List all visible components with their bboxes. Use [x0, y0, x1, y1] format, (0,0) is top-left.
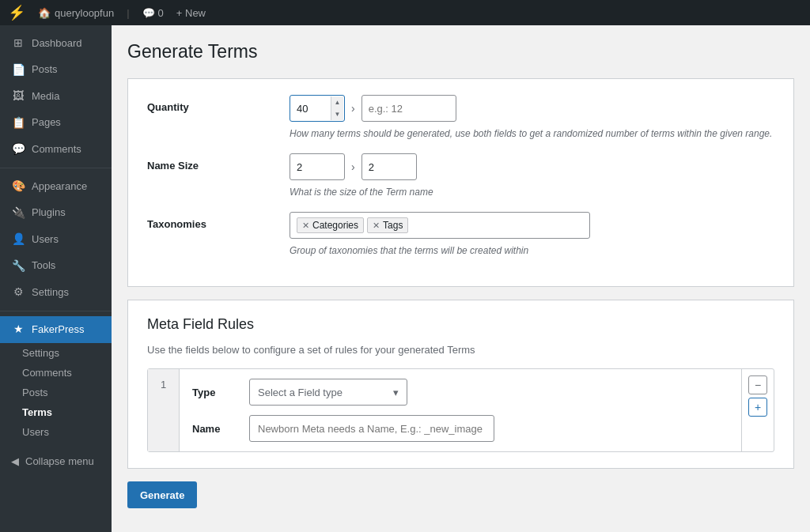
name-size-max-input[interactable] [361, 153, 417, 180]
rule-type-row: Type Select a Field type ▾ [192, 379, 729, 406]
plugins-icon: 🔌 [11, 206, 25, 221]
rule-add-button[interactable]: + [748, 398, 767, 417]
sidebar-item-label: Users [32, 232, 59, 247]
fakerpress-submenu: Settings Comments Posts Terms Users [0, 343, 112, 442]
rule-name-input[interactable] [249, 415, 494, 442]
tools-icon: 🔧 [11, 258, 25, 274]
fakerpress-icon: ★ [11, 322, 25, 338]
quantity-spin-btns: ▲ ▼ [331, 96, 343, 120]
sidebar-item-media[interactable]: 🖼 Media [0, 83, 112, 110]
sidebar-item-users[interactable]: 👤 Users [0, 226, 112, 253]
generate-terms-form: Quantity ▲ ▼ › How many terms s [127, 78, 794, 287]
collapse-label: Collapse menu [25, 455, 94, 467]
site-link[interactable]: 🏠 queryloopfun [38, 7, 114, 19]
site-name: queryloopfun [55, 7, 114, 19]
taxonomies-label: Taxonomies [147, 212, 290, 230]
collapse-icon: ◀ [11, 455, 19, 467]
tag-categories-remove[interactable]: ✕ [302, 221, 309, 231]
sidebar-item-label: Plugins [32, 206, 66, 220]
quantity-row: Quantity ▲ ▼ › How many terms s [147, 95, 774, 141]
sidebar-item-label: Media [32, 89, 59, 104]
name-size-control: › What is the size of the Term name [290, 153, 774, 199]
quantity-max-input[interactable] [361, 95, 456, 122]
pages-icon: 📋 [11, 115, 25, 131]
main-content: Generate Terms Quantity ▲ ▼ › [112, 25, 810, 532]
taxonomies-tag-input[interactable]: ✕ Categories ✕ Tags [290, 212, 590, 239]
quantity-control: ▲ ▼ › How many terms should be generated… [290, 95, 774, 141]
sidebar-sub-comments[interactable]: Comments [0, 363, 112, 383]
users-icon: 👤 [11, 232, 25, 247]
sidebar-item-pages[interactable]: 📋 Pages [0, 110, 112, 137]
comments-count: 0 [158, 7, 164, 19]
sidebar-item-label: Settings [32, 285, 69, 300]
sidebar-item-comments[interactable]: 💬 Comments [0, 136, 112, 163]
sidebar-sub-settings[interactable]: Settings [0, 343, 112, 363]
rule-type-label: Type [192, 387, 240, 398]
name-size-row: Name Size › What is the size of the Term… [147, 153, 774, 199]
sidebar: ⊞ Dashboard 📄 Posts 🖼 Media 📋 Pages 💬 Co… [0, 25, 112, 532]
wp-logo-icon[interactable]: ⚡ [8, 4, 25, 21]
top-bar: ⚡ 🏠 queryloopfun | 💬 0 + New [0, 0, 810, 25]
rule-row-1: 1 Type Select a Field type ▾ Name [147, 368, 774, 452]
tag-tags-label: Tags [383, 220, 403, 231]
appearance-icon: 🎨 [11, 179, 25, 194]
name-size-min-input[interactable] [290, 153, 345, 180]
chevron-down-icon: ▾ [393, 387, 399, 398]
quantity-help: How many terms should be generated, use … [290, 126, 774, 141]
new-link[interactable]: + New [176, 7, 206, 19]
sidebar-item-label: Pages [32, 115, 61, 130]
name-size-arrow-icon: › [351, 160, 355, 173]
name-size-label: Name Size [147, 153, 290, 172]
quantity-spin-up[interactable]: ▲ [331, 96, 343, 108]
page-title: Generate Terms [127, 41, 794, 62]
meta-field-rules-desc: Use the fields below to configure a set … [147, 344, 774, 356]
home-icon: 🏠 [38, 7, 51, 19]
taxonomies-row: Taxonomies ✕ Categories ✕ Tags Group of … [147, 212, 774, 258]
sidebar-item-label: Tools [32, 258, 55, 273]
rule-type-placeholder: Select a Field type [258, 387, 343, 398]
sidebar-item-label: Dashboard [32, 36, 82, 51]
media-icon: 🖼 [11, 89, 25, 104]
sidebar-item-tools[interactable]: 🔧 Tools [0, 253, 112, 280]
rule-number: 1 [148, 369, 180, 451]
collapse-menu-button[interactable]: ◀ Collapse menu [0, 450, 112, 473]
tag-tags-remove[interactable]: ✕ [373, 221, 380, 231]
tag-categories: ✕ Categories [297, 217, 364, 233]
sidebar-sub-terms[interactable]: Terms [0, 402, 112, 422]
comments-link[interactable]: 💬 0 [142, 7, 164, 19]
rule-name-label: Name [192, 423, 240, 435]
sidebar-sub-users[interactable]: Users [0, 422, 112, 442]
quantity-arrow-icon: › [351, 102, 355, 115]
sidebar-item-dashboard[interactable]: ⊞ Dashboard [0, 30, 112, 57]
meta-field-rules-card: Meta Field Rules Use the fields below to… [127, 300, 794, 469]
rule-name-row: Name [192, 415, 729, 442]
generate-button[interactable]: Generate [127, 481, 197, 508]
dashboard-icon: ⊞ [11, 36, 25, 51]
sidebar-item-settings[interactable]: ⚙ Settings [0, 279, 112, 306]
tag-tags: ✕ Tags [367, 217, 408, 233]
name-size-help: What is the size of the Term name [290, 185, 774, 199]
quantity-input-group: ▲ ▼ › [290, 95, 774, 122]
quantity-label: Quantity [147, 95, 290, 113]
rule-type-select[interactable]: Select a Field type ▾ [249, 379, 407, 406]
taxonomies-control: ✕ Categories ✕ Tags Group of taxonomies … [290, 212, 774, 258]
sidebar-item-label: FakerPress [32, 323, 84, 337]
settings-icon: ⚙ [11, 285, 25, 300]
comment-icon: 💬 [142, 7, 155, 19]
rule-fields: Type Select a Field type ▾ Name [180, 369, 741, 451]
sidebar-item-label: Posts [32, 62, 58, 77]
sidebar-item-plugins[interactable]: 🔌 Plugins [0, 200, 112, 227]
sidebar-item-appearance[interactable]: 🎨 Appearance [0, 173, 112, 200]
sidebar-item-fakerpress[interactable]: ★ FakerPress [0, 316, 112, 343]
sidebar-divider [0, 168, 112, 168]
sidebar-item-posts[interactable]: 📄 Posts [0, 57, 112, 84]
posts-icon: 📄 [11, 62, 25, 78]
new-label: + New [176, 7, 206, 19]
rule-remove-button[interactable]: − [748, 375, 767, 394]
quantity-spin-down[interactable]: ▼ [331, 108, 343, 120]
name-size-input-group: › [290, 153, 774, 180]
tag-categories-label: Categories [312, 220, 358, 231]
quantity-min-wrapper: ▲ ▼ [290, 95, 345, 122]
sidebar-item-label: Appearance [32, 179, 87, 194]
sidebar-sub-posts[interactable]: Posts [0, 383, 112, 402]
